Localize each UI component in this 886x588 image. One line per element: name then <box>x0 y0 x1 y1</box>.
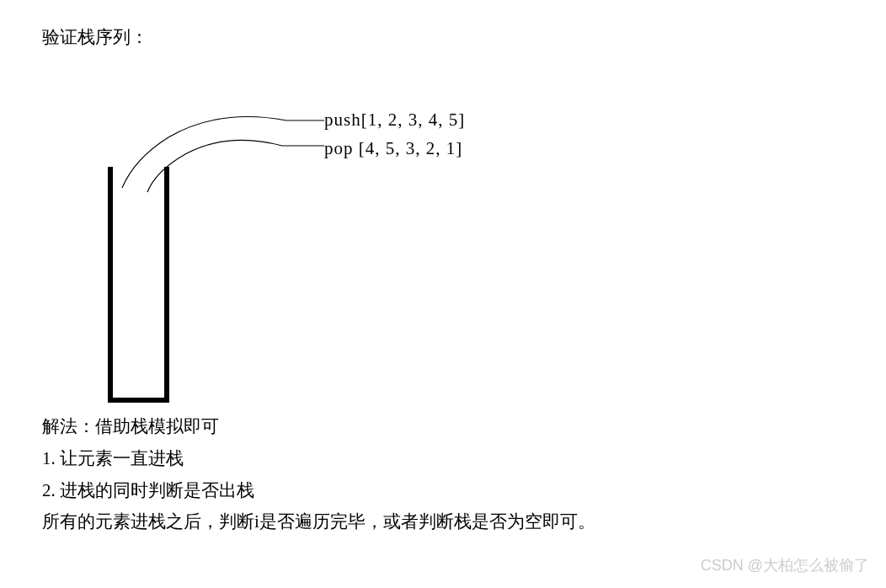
solution-step-2: 2. 进栈的同时判断是否出栈 <box>42 475 844 507</box>
diagram-title: 验证栈序列： <box>42 25 844 49</box>
stack-shape <box>108 167 169 403</box>
solution-step-1: 1. 让元素一直进栈 <box>42 443 844 475</box>
solution-heading: 解法：借助栈模拟即可 <box>42 411 844 443</box>
stack-diagram: push[1, 2, 3, 4, 5] pop [4, 5, 3, 2, 1] <box>42 57 632 403</box>
pop-sequence-label: pop [4, 5, 3, 2, 1] <box>324 138 462 159</box>
watermark-text: CSDN @大柏怎么被偷了 <box>701 555 869 575</box>
stack-container <box>108 167 169 403</box>
solution-conclusion: 所有的元素进栈之后，判断i是否遍历完毕，或者判断栈是否为空即可。 <box>42 506 844 538</box>
pop-arrow-curve <box>143 133 328 200</box>
solution-text: 解法：借助栈模拟即可 1. 让元素一直进栈 2. 进栈的同时判断是否出栈 所有的… <box>42 411 844 538</box>
push-sequence-label: push[1, 2, 3, 4, 5] <box>324 110 465 131</box>
